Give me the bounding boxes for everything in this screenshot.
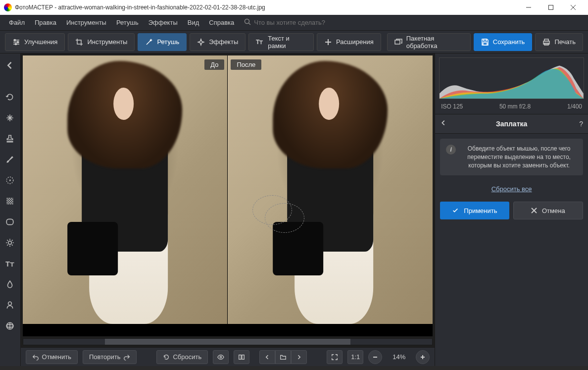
save-icon — [481, 38, 489, 46]
compare-toggle-button[interactable] — [234, 350, 249, 364]
svg-rect-36 — [242, 355, 244, 359]
open-folder-button[interactable] — [275, 350, 291, 364]
close-button[interactable] — [562, 0, 584, 15]
globe-button[interactable] — [3, 319, 17, 333]
liquify-button[interactable] — [3, 277, 17, 291]
save-button[interactable]: Сохранить — [474, 33, 533, 51]
effects-button[interactable]: Эффекты — [190, 33, 245, 51]
iso-label: ISO 125 — [441, 103, 463, 110]
extensions-button[interactable]: Расширения — [317, 33, 381, 51]
svg-rect-18 — [483, 43, 487, 45]
radial-button[interactable] — [3, 173, 17, 187]
plus-icon — [324, 38, 332, 46]
pane-after: После — [228, 55, 433, 324]
horizontal-scrollbar[interactable] — [23, 338, 433, 345]
maximize-button[interactable] — [539, 0, 562, 15]
fit-screen-button[interactable] — [327, 350, 343, 364]
panel-back-button[interactable] — [440, 119, 450, 128]
cancel-button[interactable]: Отмена — [513, 202, 583, 219]
rotate-button[interactable] — [3, 90, 17, 104]
zoom-100-button[interactable]: 1:1 — [347, 350, 363, 364]
prev-image-button[interactable] — [259, 350, 275, 364]
vignette-button[interactable] — [3, 215, 17, 229]
canvas-viewport[interactable]: До После — [23, 55, 433, 336]
svg-point-34 — [220, 356, 222, 358]
right-panel: ISO 125 50 mm f/2.8 1/400 Заплатка ? i О… — [435, 53, 588, 366]
text-tool-button[interactable]: Tᴛ — [3, 257, 17, 270]
menu-retouch[interactable]: Ретушь — [111, 17, 144, 28]
text-button[interactable]: TᴛТекст и рамки — [248, 33, 314, 51]
svg-point-28 — [8, 241, 12, 245]
svg-rect-17 — [484, 39, 487, 41]
bottom-bar: Отменить Повторить Сбросить 1:1 14% — [21, 347, 435, 366]
menu-help[interactable]: Справка — [204, 17, 239, 28]
svg-point-30 — [8, 302, 12, 305]
menu-tools[interactable]: Инструменты — [61, 17, 111, 28]
retouch-button[interactable]: Ретушь — [138, 33, 187, 51]
main-toolbar: Улучшения Инструменты Ретушь Эффекты TᴛТ… — [0, 31, 588, 53]
brightness-button[interactable] — [3, 236, 17, 250]
tools-button[interactable]: Инструменты — [68, 33, 135, 51]
panel-title: Заплатка — [450, 120, 573, 128]
svg-rect-35 — [239, 355, 241, 359]
text-icon: Tᴛ — [256, 38, 264, 46]
svg-rect-16 — [395, 40, 400, 44]
batch-button[interactable]: Пакетная обработка — [387, 33, 471, 51]
redo-button[interactable]: Повторить — [83, 350, 137, 364]
info-text: Обведите объект мышью, после чего переме… — [461, 145, 577, 169]
search-wrap — [244, 18, 353, 27]
svg-line-5 — [249, 23, 251, 25]
sparkle-icon — [197, 38, 205, 46]
menu-file[interactable]: Файл — [4, 17, 30, 28]
minimize-button[interactable] — [517, 0, 539, 15]
menu-view[interactable]: Вид — [183, 17, 204, 28]
reset-button[interactable]: Сбросить — [156, 350, 208, 364]
apply-button[interactable]: Применить — [440, 202, 509, 219]
svg-point-23 — [9, 180, 10, 181]
svg-rect-27 — [7, 219, 14, 224]
print-button[interactable]: Печать — [535, 33, 583, 51]
undo-button[interactable]: Отменить — [26, 350, 78, 364]
heal-button[interactable] — [3, 111, 17, 125]
crop-icon — [75, 38, 83, 46]
enhance-button[interactable]: Улучшения — [5, 33, 65, 51]
pane-before: До — [23, 55, 228, 324]
svg-rect-1 — [548, 5, 553, 10]
images-icon — [394, 38, 402, 46]
stamp-button[interactable] — [3, 132, 17, 146]
svg-point-9 — [14, 39, 16, 41]
menu-effects[interactable]: Эффекты — [144, 17, 183, 28]
zoom-level-label: 14% — [387, 353, 411, 361]
preview-toggle-button[interactable] — [213, 350, 229, 364]
left-tool-strip: Tᴛ — [0, 53, 21, 366]
canvas-area: До После Отменить Повторить Сбросить — [21, 53, 435, 366]
zoom-in-button[interactable] — [416, 350, 430, 364]
scrollbar-thumb[interactable] — [105, 339, 350, 345]
menu-edit[interactable]: Правка — [30, 17, 61, 28]
wand-icon — [145, 38, 153, 46]
next-image-button[interactable] — [291, 350, 307, 364]
panel-help-button[interactable]: ? — [573, 120, 583, 128]
gradient-button[interactable] — [3, 194, 17, 208]
nav-group — [259, 350, 307, 364]
info-icon: i — [446, 145, 456, 155]
svg-point-11 — [15, 43, 17, 45]
after-label: После — [231, 59, 261, 70]
brush-button[interactable] — [3, 153, 17, 166]
app-logo-icon — [4, 3, 12, 11]
svg-point-10 — [17, 41, 19, 43]
histogram[interactable] — [439, 57, 584, 99]
portrait-button[interactable] — [3, 298, 17, 312]
shutter-label: 1/400 — [567, 103, 582, 110]
reset-all-link[interactable]: Сбросить все — [435, 180, 588, 198]
split-view: До После — [23, 55, 433, 324]
action-row: Применить Отмена — [435, 198, 588, 223]
svg-line-12 — [147, 40, 151, 45]
menubar: Файл Правка Инструменты Ретушь Эффекты В… — [0, 15, 588, 31]
zoom-out-button[interactable] — [368, 350, 382, 364]
search-input[interactable] — [254, 19, 353, 26]
print-icon — [542, 38, 550, 46]
back-arrow-button[interactable] — [3, 58, 17, 72]
sliders-icon — [12, 38, 20, 46]
panel-header: Заплатка ? — [435, 114, 588, 134]
